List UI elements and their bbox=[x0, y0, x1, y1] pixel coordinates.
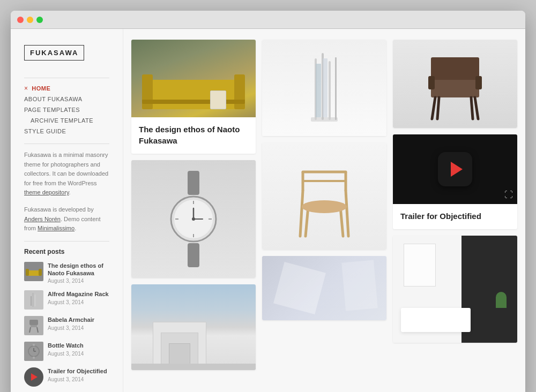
card-image-abstract bbox=[262, 256, 386, 320]
post-thumbnail-sofa bbox=[24, 262, 43, 281]
post-date-5: August 3, 2014 bbox=[48, 376, 107, 382]
svg-line-8 bbox=[29, 327, 31, 333]
card-watch[interactable] bbox=[131, 160, 256, 278]
close-button[interactable] bbox=[17, 17, 24, 23]
card-title-sofa: The design ethos of Naoto Fukasawa bbox=[139, 124, 248, 146]
card-building[interactable] bbox=[131, 284, 256, 370]
sidebar-item-style-guide-link[interactable]: STYLE GUIDE bbox=[24, 128, 66, 134]
sidebar-item-about[interactable]: ABOUT FUKASAWA bbox=[24, 95, 109, 103]
minimize-button[interactable] bbox=[27, 17, 33, 23]
sidebar-item-page-templates-link[interactable]: PAGE TEMPLATES bbox=[24, 107, 80, 113]
svg-line-47 bbox=[471, 97, 473, 119]
post-date-2: August 3, 2014 bbox=[48, 299, 109, 305]
sidebar-item-archive[interactable]: ARCHIVE TEMPLATE bbox=[24, 117, 109, 124]
logo-text: FUKASAWA bbox=[30, 49, 78, 57]
svg-rect-14 bbox=[33, 357, 35, 359]
magazine-rack-svg bbox=[292, 48, 356, 128]
browser-window: FUKASAWA HOME ABOUT FUKASAWA PAGE TEMPLA… bbox=[11, 11, 525, 392]
card-wood-chair[interactable] bbox=[262, 142, 386, 250]
svg-line-36 bbox=[340, 207, 343, 236]
dark-chair-svg bbox=[420, 47, 490, 122]
anders-link[interactable]: Anders Norén bbox=[24, 216, 61, 222]
svg-rect-5 bbox=[31, 296, 32, 306]
svg-rect-29 bbox=[329, 61, 331, 120]
post-title-3[interactable]: Babela Armchair bbox=[48, 316, 94, 323]
logo[interactable]: FUKASAWA bbox=[24, 45, 84, 61]
video-player-icon bbox=[438, 152, 472, 186]
traffic-lights bbox=[17, 17, 43, 23]
rack-icon bbox=[27, 292, 40, 308]
svg-rect-31 bbox=[316, 64, 321, 117]
masonry-grid: The design ethos of Naoto Fukasawa bbox=[131, 40, 517, 370]
post-thumbnail-video bbox=[24, 367, 43, 387]
svg-line-35 bbox=[306, 207, 308, 236]
card-image-rack bbox=[262, 40, 386, 136]
sidebar-item-about-link[interactable]: ABOUT FUKASAWA bbox=[24, 96, 83, 102]
minimalissimo-link[interactable]: Minimalissimo bbox=[38, 225, 75, 231]
post-thumbnail-rack bbox=[24, 290, 43, 310]
sidebar-description-1: Fukasawa is a minimal masonry theme for … bbox=[24, 150, 109, 198]
card-sofa[interactable]: The design ethos of Naoto Fukasawa bbox=[131, 40, 256, 154]
browser-content: FUKASAWA HOME ABOUT FUKASAWA PAGE TEMPLA… bbox=[11, 29, 525, 392]
post-info-2: Alfred Magazine Rack August 3, 2014 bbox=[48, 290, 109, 305]
sidebar-description-2: Fukasawa is developed by Anders Norén. D… bbox=[24, 205, 109, 233]
recent-post-item-4[interactable]: Bottle Watch August 3, 2014 bbox=[24, 342, 109, 361]
card-abstract[interactable] bbox=[262, 256, 386, 320]
card-body-video: Trailer for Objectified bbox=[393, 204, 517, 229]
grid-column-2 bbox=[262, 40, 386, 320]
sidebar-item-style-guide[interactable]: STYLE GUIDE bbox=[24, 127, 109, 135]
svg-rect-15 bbox=[188, 171, 199, 195]
grid-column-3: ⛶ Trailer for Objectified bbox=[393, 40, 517, 343]
watch-icon bbox=[26, 343, 41, 360]
svg-line-44 bbox=[432, 97, 435, 119]
watch-svg bbox=[164, 171, 223, 267]
post-title-5[interactable]: Trailer for Objectified bbox=[48, 367, 107, 375]
post-info-4: Bottle Watch August 3, 2014 bbox=[48, 342, 84, 356]
card-video[interactable]: ⛶ Trailer for Objectified bbox=[393, 134, 517, 229]
nav-menu: HOME ABOUT FUKASAWA PAGE TEMPLATES ARCHI… bbox=[24, 85, 109, 135]
card-bathroom[interactable] bbox=[393, 236, 517, 343]
card-image-sofa bbox=[131, 40, 256, 117]
post-title-4[interactable]: Bottle Watch bbox=[48, 342, 84, 349]
play-icon bbox=[451, 162, 463, 177]
card-rack[interactable] bbox=[262, 40, 386, 136]
svg-point-37 bbox=[302, 200, 347, 213]
post-title-2[interactable]: Alfred Magazine Rack bbox=[48, 290, 109, 298]
card-image-video: ⛶ bbox=[393, 134, 517, 204]
svg-rect-6 bbox=[29, 320, 38, 325]
svg-rect-13 bbox=[33, 344, 35, 346]
recent-post-item[interactable]: The design ethos of Naoto Fukasawa Augus… bbox=[24, 262, 109, 284]
card-image-wood-chair bbox=[262, 142, 386, 250]
chair-icon bbox=[26, 318, 41, 334]
svg-rect-7 bbox=[31, 325, 37, 327]
svg-rect-43 bbox=[431, 57, 479, 80]
svg-point-24 bbox=[192, 217, 195, 221]
sidebar-item-home-link[interactable]: HOME bbox=[32, 85, 50, 92]
sidebar-item-home[interactable]: HOME bbox=[24, 85, 109, 92]
svg-line-34 bbox=[346, 191, 348, 236]
card-image-building bbox=[131, 284, 256, 370]
main-content: The design ethos of Naoto Fukasawa bbox=[123, 29, 525, 392]
post-date-4: August 3, 2014 bbox=[48, 351, 84, 357]
post-thumbnail-watch bbox=[24, 342, 43, 361]
recent-post-item-5[interactable]: Trailer for Objectified August 3, 2014 bbox=[24, 367, 109, 387]
browser-titlebar bbox=[11, 11, 525, 29]
sidebar-item-page-templates[interactable]: PAGE TEMPLATES bbox=[24, 106, 109, 114]
card-image-dark-chair bbox=[393, 40, 517, 128]
card-dark-chair[interactable] bbox=[393, 40, 517, 128]
svg-line-46 bbox=[437, 97, 439, 119]
post-title-1[interactable]: The design ethos of Naoto Fukasawa bbox=[48, 262, 109, 277]
sidebar-item-archive-link[interactable]: ARCHIVE TEMPLATE bbox=[31, 117, 93, 124]
post-date-1: August 3, 2014 bbox=[48, 278, 109, 284]
card-image-bathroom bbox=[393, 236, 517, 343]
card-image-watch bbox=[131, 160, 256, 278]
play-triangle-icon bbox=[31, 373, 38, 381]
svg-rect-32 bbox=[323, 58, 327, 117]
recent-post-item-2[interactable]: Alfred Magazine Rack August 3, 2014 bbox=[24, 290, 109, 310]
recent-post-item-3[interactable]: Babela Armchair August 3, 2014 bbox=[24, 316, 109, 335]
expand-icon[interactable]: ⛶ bbox=[504, 190, 513, 200]
theme-depository-link[interactable]: theme depository bbox=[24, 189, 69, 195]
card-title-video: Trailer for Objectified bbox=[400, 210, 510, 222]
maximize-button[interactable] bbox=[36, 17, 43, 23]
svg-rect-2 bbox=[39, 269, 42, 276]
